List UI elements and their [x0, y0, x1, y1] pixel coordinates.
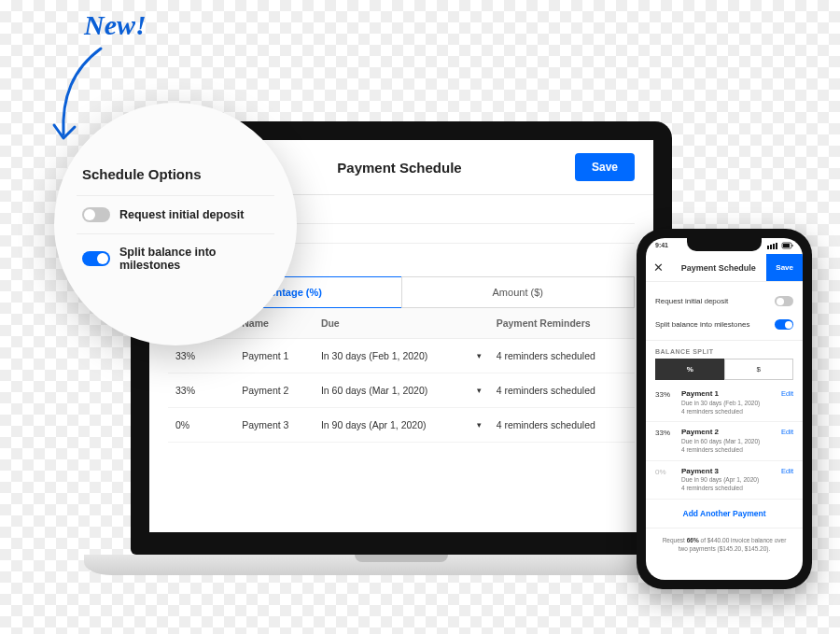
svg-rect-2 — [773, 244, 775, 249]
save-button[interactable]: Save — [575, 153, 635, 181]
col-due: Due — [314, 308, 469, 339]
add-payment-button[interactable]: Add Another Payment — [646, 500, 803, 528]
phone-title: Payment Schedule — [670, 256, 766, 280]
svg-rect-5 — [783, 244, 790, 247]
payment-name: Payment 1 — [681, 389, 776, 400]
cell-reminders[interactable]: 4 reminders scheduled — [489, 339, 635, 373]
status-icons — [767, 242, 793, 250]
phone-option-deposit: Request initial deposit — [655, 289, 793, 313]
cell-amount: 0% — [168, 408, 234, 443]
option-label: Request initial deposit — [119, 208, 244, 221]
phone-screen: 9:41 ✕ Payment Schedule Save Request — [646, 238, 803, 580]
list-item: 33% Payment 1 Due in 30 days (Feb 1, 202… — [646, 384, 803, 422]
cell-amount: 33% — [655, 389, 676, 416]
payment-reminders: 4 reminders scheduled — [681, 408, 776, 416]
payments-table: Amount Name Due Payment Reminders 33% Pa… — [168, 308, 635, 443]
phone-split-tabs: % $ — [655, 359, 793, 380]
close-icon[interactable]: ✕ — [646, 255, 670, 280]
cell-due[interactable]: In 60 days (Mar 1, 2020) — [314, 373, 469, 408]
cell-amount: 33% — [168, 373, 234, 408]
option-label: Request initial deposit — [655, 297, 728, 305]
chevron-down-icon[interactable]: ▾ — [469, 373, 489, 408]
cell-name: Payment 1 — [234, 339, 314, 373]
table-row: 0% Payment 3 In 90 days (Apr 1, 2020) ▾ … — [168, 408, 635, 443]
cell-name: Payment 3 — [234, 408, 314, 443]
svg-rect-3 — [776, 243, 777, 249]
chevron-down-icon[interactable]: ▾ — [469, 408, 489, 443]
status-time: 9:41 — [655, 242, 668, 250]
option-label: Split balance into milestones — [655, 320, 749, 329]
cell-reminders[interactable]: 4 reminders scheduled — [489, 373, 635, 408]
list-item: 33% Payment 2 Due in 60 days (Mar 1, 202… — [646, 422, 803, 460]
phone-notch — [687, 238, 762, 251]
table-row: 33% Payment 2 In 60 days (Mar 1, 2020) ▾… — [168, 373, 635, 408]
edit-button[interactable]: Edit — [781, 467, 793, 475]
edit-button[interactable]: Edit — [781, 389, 793, 398]
edit-button[interactable]: Edit — [781, 428, 793, 436]
balance-split-label: BALANCE SPLIT — [646, 340, 803, 359]
svg-rect-0 — [767, 246, 769, 249]
callout-title: Schedule Options — [82, 166, 274, 182]
phone-option-milestones: Split balance into milestones — [655, 313, 793, 336]
schedule-options-callout: Schedule Options Request initial deposit… — [54, 103, 297, 345]
laptop-base — [84, 555, 719, 575]
phone-header: ✕ Payment Schedule Save — [646, 254, 803, 282]
chevron-down-icon[interactable]: ▾ — [469, 339, 489, 373]
payment-reminders: 4 reminders scheduled — [681, 485, 776, 493]
summary-text: Request 66% of $440.00 invoice balance o… — [646, 528, 803, 560]
payment-name: Payment 3 — [681, 467, 776, 477]
option-initial-deposit: Request initial deposit — [77, 195, 274, 233]
phone-frame: 9:41 ✕ Payment Schedule Save Request — [637, 229, 812, 589]
cell-reminders[interactable]: 4 reminders scheduled — [489, 408, 635, 443]
toggle-initial-deposit[interactable] — [775, 296, 793, 306]
phone-schedule-options: Request initial deposit Split balance in… — [646, 282, 803, 340]
payment-due: Due in 30 days (Feb 1, 2020) — [681, 400, 776, 408]
toggle-split-milestones[interactable] — [775, 319, 793, 330]
option-label: Split balance into milestones — [119, 246, 269, 272]
toggle-initial-deposit[interactable] — [82, 207, 110, 222]
toggle-split-milestones[interactable] — [82, 251, 110, 266]
payment-due: Due in 60 days (Mar 1, 2020) — [681, 438, 776, 446]
new-badge: New! — [84, 9, 147, 41]
payment-due: Due in 90 days (Apr 1, 2020) — [681, 476, 776, 485]
cell-name: Payment 2 — [234, 373, 314, 408]
col-reminders: Payment Reminders — [489, 308, 635, 339]
cell-amount: 33% — [655, 428, 676, 454]
payment-name: Payment 2 — [681, 428, 776, 438]
cell-amount: 0% — [655, 467, 676, 493]
phone-save-button[interactable]: Save — [766, 254, 803, 281]
phone-payments-list: 33% Payment 1 Due in 30 days (Feb 1, 202… — [646, 380, 803, 500]
svg-rect-6 — [792, 245, 793, 247]
option-split-milestones: Split balance into milestones — [77, 233, 274, 283]
tab-percentage[interactable]: % — [655, 359, 724, 380]
payment-reminders: 4 reminders scheduled — [681, 446, 776, 455]
cell-due[interactable]: In 90 days (Apr 1, 2020) — [314, 408, 469, 443]
tab-amount[interactable]: Amount ($) — [401, 276, 636, 308]
table-row: 33% Payment 1 In 30 days (Feb 1, 2020) ▾… — [168, 339, 635, 373]
tab-amount[interactable]: $ — [724, 359, 794, 380]
list-item: 0% Payment 3 Due in 90 days (Apr 1, 2020… — [646, 461, 803, 500]
svg-rect-1 — [770, 245, 772, 249]
cell-due[interactable]: In 30 days (Feb 1, 2020) — [314, 339, 469, 373]
